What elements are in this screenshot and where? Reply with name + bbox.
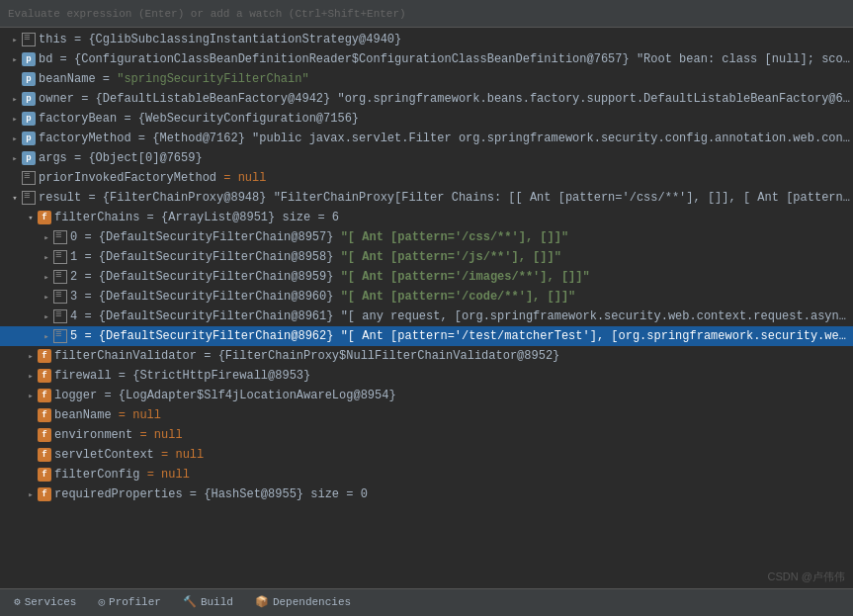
tree-row[interactable]: ▸0 = {DefaultSecurityFilterChain@8957} "… [0,227,853,247]
row-text: factoryBean = {WebSecurityConfiguration@… [39,112,359,126]
tree-row[interactable]: ▸ffirewall = {StrictHttpFirewall@8953} [0,366,853,386]
row-text: priorInvokedFactoryMethod = null [39,171,266,185]
watermark: CSDN @卢伟伟 [768,570,845,584]
type-badge [22,171,36,185]
row-text: 4 = {DefaultSecurityFilterChain@8961} "[… [70,309,853,323]
expand-icon[interactable] [24,468,38,482]
type-badge [53,230,67,244]
expand-icon[interactable] [8,171,22,185]
type-badge: p [22,72,36,86]
row-text: 5 = {DefaultSecurityFilterChain@8962} "[… [70,329,853,343]
dependencies-tab-label: Dependencies [273,596,351,608]
tree-row[interactable]: ▾ffilterChains = {ArrayList@8951} size =… [0,208,853,227]
expand-icon[interactable]: ▸ [8,52,22,66]
tree-row[interactable]: fservletContext = null [0,445,853,465]
expand-icon[interactable] [8,72,22,86]
row-text: owner = {DefaultListableBeanFactory@4942… [39,92,853,106]
tree-area[interactable]: ▸this = {CglibSubclassingInstantiationSt… [0,28,853,588]
row-text: 0 = {DefaultSecurityFilterChain@8957} "[… [70,230,568,244]
tree-row[interactable]: ▸1 = {DefaultSecurityFilterChain@8958} "… [0,247,853,267]
expand-icon[interactable] [24,428,38,442]
row-text: factoryMethod = {Method@7162} "public ja… [39,132,853,145]
tree-row[interactable]: ▸pbd = {ConfigurationClassBeanDefinition… [0,49,853,69]
expand-icon[interactable]: ▸ [8,151,22,165]
tree-row[interactable]: ▸ffilterChainValidator = {FilterChainPro… [0,346,853,366]
tree-row[interactable]: pbeanName = "springSecurityFilterChain" [0,69,853,89]
type-badge: f [38,211,51,224]
expand-icon[interactable]: ▸ [24,349,38,363]
row-text: 2 = {DefaultSecurityFilterChain@8959} "[… [70,270,590,284]
type-badge: f [38,487,51,501]
expand-icon[interactable]: ▸ [40,250,53,264]
tree-row[interactable]: ffilterConfig = null [0,465,853,484]
profiler-tab-label: Profiler [109,596,161,608]
tree-row[interactable]: ▸flogger = {LogAdapter$Slf4jLocationAwar… [0,386,853,405]
tree-row[interactable]: fbeanName = null [0,405,853,425]
tree-row[interactable]: fenvironment = null [0,425,853,445]
build-tab-label: Build [201,596,233,608]
expand-icon[interactable]: ▸ [40,230,53,244]
tree-row[interactable]: ▸pfactoryMethod = {Method@7162} "public … [0,129,853,148]
type-badge [22,33,36,46]
row-text: 1 = {DefaultSecurityFilterChain@8958} "[… [70,250,561,264]
type-badge [53,290,67,304]
profiler-icon: ◎ [98,595,105,608]
expand-icon[interactable]: ▸ [40,309,53,323]
tree-row[interactable]: ▾result = {FilterChainProxy@8948} "Filte… [0,188,853,208]
row-text: this = {CglibSubclassingInstantiationStr… [39,33,401,46]
bottom-tab-services[interactable]: ⚙Services [4,589,86,616]
expand-icon[interactable]: ▸ [24,389,38,402]
expand-icon[interactable]: ▸ [24,487,38,501]
evaluate-bar[interactable]: Evaluate expression (Enter) or add a wat… [0,0,853,28]
row-text: firewall = {StrictHttpFirewall@8953} [54,369,310,383]
type-badge [22,191,36,205]
row-text: 3 = {DefaultSecurityFilterChain@8960} "[… [70,290,575,304]
tree-row[interactable]: ▸pfactoryBean = {WebSecurityConfiguratio… [0,109,853,129]
expand-icon[interactable] [24,408,38,422]
row-text: filterConfig = null [54,468,190,482]
expand-icon[interactable] [24,448,38,462]
expand-icon[interactable]: ▸ [8,33,22,46]
tree-row[interactable]: ▸5 = {DefaultSecurityFilterChain@8962} "… [0,326,853,346]
bottom-tabs-bar: ⚙Services◎Profiler🔨Build📦Dependencies [0,588,853,616]
expand-icon[interactable]: ▸ [40,329,53,343]
expand-icon[interactable]: ▾ [24,211,38,224]
expand-icon[interactable]: ▸ [40,290,53,304]
type-badge: f [38,428,51,442]
tree-row[interactable]: priorInvokedFactoryMethod = null [0,168,853,188]
type-badge: p [22,132,36,145]
row-text: beanName = null [54,408,161,422]
row-text: requiredProperties = {HashSet@8955} size… [54,487,368,501]
type-badge [53,270,67,284]
tree-row[interactable]: ▸pargs = {Object[0]@7659} [0,148,853,168]
expand-icon[interactable]: ▸ [8,112,22,126]
bottom-tab-build[interactable]: 🔨Build [173,589,243,616]
tree-row[interactable]: ▸3 = {DefaultSecurityFilterChain@8960} "… [0,287,853,307]
expand-icon[interactable]: ▸ [40,270,53,284]
tree-row[interactable]: ▸powner = {DefaultListableBeanFactory@49… [0,89,853,109]
type-badge: f [38,408,51,422]
expand-icon[interactable]: ▾ [8,191,22,205]
tree-row[interactable]: ▸this = {CglibSubclassingInstantiationSt… [0,30,853,49]
row-text: beanName = "springSecurityFilterChain" [39,72,309,86]
row-text: filterChainValidator = {FilterChainProxy… [54,349,559,363]
bottom-tab-profiler[interactable]: ◎Profiler [88,589,170,616]
expand-icon[interactable]: ▸ [8,132,22,145]
tree-row[interactable]: ▸frequiredProperties = {HashSet@8955} si… [0,484,853,504]
tree-row[interactable]: ▸2 = {DefaultSecurityFilterChain@8959} "… [0,267,853,287]
row-text: result = {FilterChainProxy@8948} "Filter… [39,191,853,205]
expand-icon[interactable]: ▸ [8,92,22,106]
type-badge: f [38,369,51,383]
expand-icon[interactable]: ▸ [24,369,38,383]
services-tab-label: Services [25,596,77,608]
type-badge [53,250,67,264]
type-badge: f [38,389,51,402]
row-text: servletContext = null [54,448,204,462]
bottom-tab-dependencies[interactable]: 📦Dependencies [245,589,361,616]
tree-row[interactable]: ▸4 = {DefaultSecurityFilterChain@8961} "… [0,307,853,326]
row-text: args = {Object[0]@7659} [39,151,203,165]
row-text: logger = {LogAdapter$Slf4jLocationAwareL… [54,389,396,402]
services-icon: ⚙ [14,595,21,608]
type-badge: f [38,468,51,482]
row-text: environment = null [54,428,183,442]
